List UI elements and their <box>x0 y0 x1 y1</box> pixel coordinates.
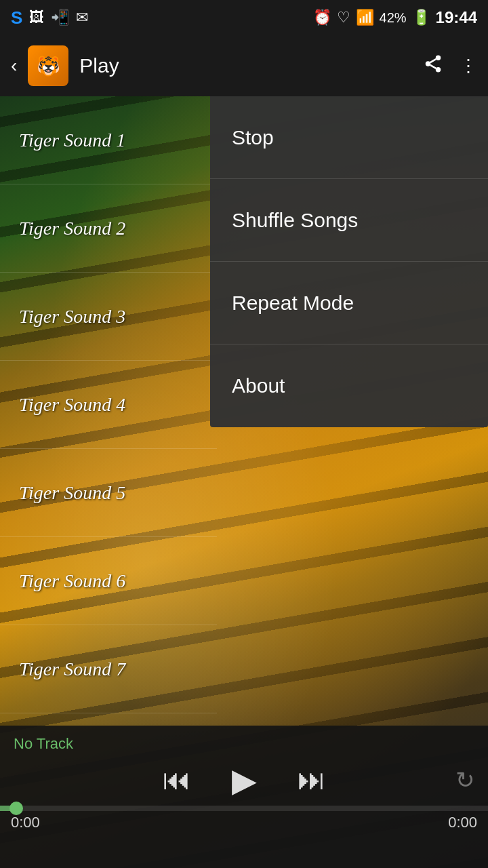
song-item-4[interactable]: Tiger Sound 4 <box>0 361 217 449</box>
status-time: 19:44 <box>436 8 477 27</box>
status-bar: S 🖼 📲 ✉ ⏰ ♡ 📶 42% 🔋 19:44 <box>0 0 488 35</box>
song-label-5: Tiger Sound 5 <box>19 482 125 504</box>
song-item-1[interactable]: Tiger Sound 1 <box>0 96 217 184</box>
progress-bar[interactable] <box>0 806 488 811</box>
battery-percentage: 42% <box>380 10 407 26</box>
menu-label-stop: Stop <box>232 126 274 149</box>
image-icon: 🖼 <box>29 9 44 26</box>
repeat-button[interactable]: ↻ <box>455 766 474 793</box>
alarm-icon: ⏰ <box>313 9 331 26</box>
song-label-1: Tiger Sound 1 <box>19 130 125 151</box>
share-button[interactable] <box>423 54 443 79</box>
player-track-info: No Track <box>0 726 488 755</box>
menu-item-repeat[interactable]: Repeat Mode <box>210 262 488 344</box>
mail-icon: ✉ <box>76 9 88 26</box>
song-item-2[interactable]: Tiger Sound 2 <box>0 184 217 273</box>
signal-icon: 📶 <box>356 9 374 26</box>
menu-item-stop[interactable]: Stop <box>210 96 488 179</box>
song-label-6: Tiger Sound 6 <box>19 570 125 592</box>
song-list: Tiger Sound 1 Tiger Sound 2 Tiger Sound … <box>0 96 217 713</box>
prev-button[interactable]: ⏮ <box>163 764 191 796</box>
player-bar: No Track ⏮ ▶ ⏭ ↻ 0:00 0:00 <box>0 726 488 868</box>
svg-point-0 <box>436 55 441 60</box>
next-button[interactable]: ⏭ <box>298 764 326 796</box>
player-track-name: No Track <box>14 735 73 752</box>
dropdown-menu: Stop Shuffle Songs Repeat Mode About <box>210 96 488 427</box>
song-label-3: Tiger Sound 3 <box>19 306 125 328</box>
song-label-7: Tiger Sound 7 <box>19 658 125 680</box>
song-item-5[interactable]: Tiger Sound 5 <box>0 449 217 537</box>
menu-item-about[interactable]: About <box>210 344 488 427</box>
svg-line-4 <box>430 59 436 62</box>
app-icon: 🐯 <box>28 45 68 86</box>
svg-point-2 <box>436 67 441 73</box>
top-bar: ‹ 🐯 Play ⋮ <box>0 35 488 96</box>
s-icon: S <box>11 7 22 28</box>
progress-dot <box>9 802 23 815</box>
song-label-4: Tiger Sound 4 <box>19 394 125 416</box>
status-right-icons: ⏰ ♡ 📶 42% 🔋 19:44 <box>313 8 477 27</box>
screen-icon: 📲 <box>51 9 69 26</box>
play-button[interactable]: ▶ <box>232 761 257 799</box>
menu-label-repeat: Repeat Mode <box>232 292 354 315</box>
heart-icon: ♡ <box>337 9 350 26</box>
svg-point-1 <box>426 61 431 66</box>
menu-item-shuffle[interactable]: Shuffle Songs <box>210 179 488 262</box>
svg-line-3 <box>430 64 436 68</box>
app-title: Play <box>79 54 423 77</box>
back-button[interactable]: ‹ <box>11 55 17 77</box>
song-label-2: Tiger Sound 2 <box>19 218 125 239</box>
time-elapsed: 0:00 <box>11 814 40 831</box>
player-controls: ⏮ ▶ ⏭ ↻ <box>0 761 488 799</box>
song-item-7[interactable]: Tiger Sound 7 <box>0 625 217 713</box>
song-item-6[interactable]: Tiger Sound 6 <box>0 537 217 625</box>
time-labels: 0:00 0:00 <box>0 811 488 834</box>
menu-label-about: About <box>232 374 285 397</box>
main-content: Tiger Sound 1 Tiger Sound 2 Tiger Sound … <box>0 96 488 868</box>
top-actions: ⋮ <box>423 54 477 79</box>
more-options-button[interactable]: ⋮ <box>460 56 477 77</box>
status-left-icons: S 🖼 📲 ✉ <box>11 7 88 28</box>
battery-icon: 🔋 <box>412 9 430 26</box>
menu-label-shuffle: Shuffle Songs <box>232 209 358 232</box>
time-total: 0:00 <box>448 814 477 831</box>
song-item-3[interactable]: Tiger Sound 3 <box>0 273 217 361</box>
